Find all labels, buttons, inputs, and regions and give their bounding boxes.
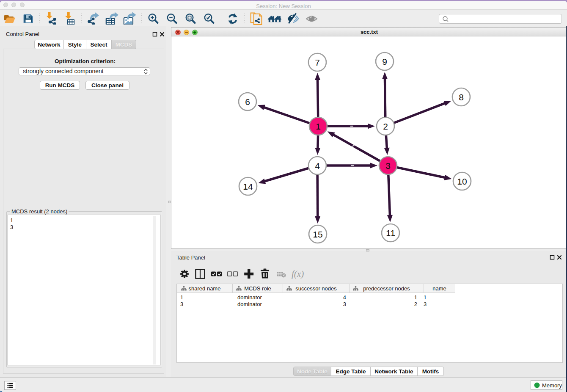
svg-text:8: 8 bbox=[459, 92, 464, 102]
svg-text:7: 7 bbox=[315, 58, 320, 67]
svg-text:2: 2 bbox=[383, 121, 388, 131]
svg-text:10: 10 bbox=[457, 177, 467, 186]
svg-text:6: 6 bbox=[245, 97, 250, 107]
svg-text:3: 3 bbox=[385, 161, 391, 171]
svg-text:4: 4 bbox=[315, 161, 320, 171]
svg-text:1: 1 bbox=[316, 121, 321, 131]
svg-text:11: 11 bbox=[386, 228, 395, 238]
svg-text:15: 15 bbox=[313, 229, 322, 239]
svg-text:f(x): f(x) bbox=[292, 269, 304, 279]
svg-text:9: 9 bbox=[382, 57, 387, 66]
svg-text:14: 14 bbox=[243, 182, 253, 191]
